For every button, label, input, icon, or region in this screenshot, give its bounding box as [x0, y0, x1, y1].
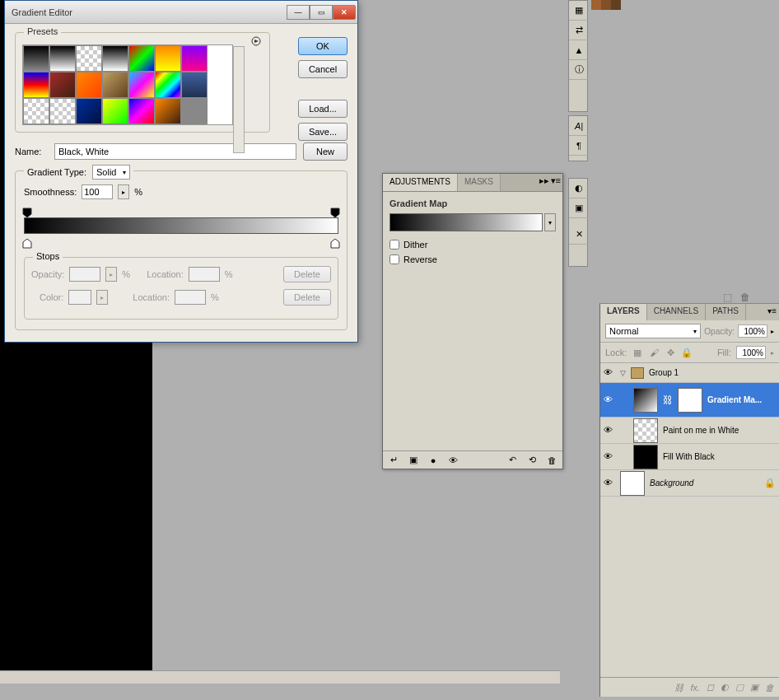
- trash-small-icon[interactable]: 🗑: [740, 292, 750, 303]
- preset-swatch-18[interactable]: [128, 98, 155, 124]
- presets-scrollbar[interactable]: [233, 46, 245, 153]
- reset-icon[interactable]: ⟲: [526, 455, 538, 466]
- preset-swatch-0[interactable]: [23, 45, 49, 72]
- preset-swatch-16[interactable]: [76, 98, 102, 124]
- name-input[interactable]: [54, 143, 296, 160]
- preset-swatch-12[interactable]: [155, 72, 181, 98]
- smoothness-popup-icon[interactable]: ▸: [118, 184, 129, 199]
- layer-name[interactable]: Paint on me in White: [663, 426, 776, 435]
- layer-mask-thumb[interactable]: [678, 388, 702, 413]
- horizontal-scrollbar[interactable]: [0, 670, 560, 684]
- cancel-button[interactable]: Cancel: [298, 60, 348, 78]
- dialog-titlebar[interactable]: Gradient Editor — ▭ ✕: [5, 1, 357, 24]
- preset-swatch-3[interactable]: [102, 45, 128, 72]
- reverse-checkbox[interactable]: [390, 254, 399, 264]
- expand-icon[interactable]: ⬚: [723, 292, 732, 303]
- trash-icon[interactable]: 🗑: [546, 455, 557, 466]
- adjustment-layer-icon[interactable]: ◐: [721, 682, 729, 693]
- visibility-toggle-icon[interactable]: 👁: [604, 367, 615, 379]
- layer-background[interactable]: 👁 Background 🔒: [600, 470, 779, 497]
- preset-swatch-10[interactable]: [102, 72, 128, 98]
- eye-icon[interactable]: 👁: [447, 455, 459, 466]
- gradient-bar[interactable]: [24, 217, 338, 234]
- visibility-toggle-icon[interactable]: 👁: [604, 478, 615, 489]
- swatches-icon[interactable]: ▦: [569, 1, 589, 21]
- character-icon[interactable]: A|: [569, 116, 589, 136]
- preset-swatch-6[interactable]: [181, 45, 208, 72]
- color-stop-right[interactable]: [330, 239, 340, 249]
- opacity-stop-right[interactable]: [330, 208, 340, 217]
- clip-icon[interactable]: ▣: [408, 455, 419, 466]
- paragraph-icon[interactable]: ¶: [569, 136, 589, 156]
- preset-swatch-19[interactable]: [155, 98, 181, 124]
- layer-fill-input[interactable]: [736, 346, 766, 359]
- swatch-2[interactable]: [601, 0, 611, 10]
- lock-brush-icon[interactable]: 🖌: [648, 347, 660, 358]
- opacity-popup-icon[interactable]: ▸: [771, 328, 774, 335]
- delete-layer-icon[interactable]: 🗑: [765, 683, 774, 693]
- panel-collapse-icon[interactable]: ▸▸: [539, 175, 549, 186]
- layer-thumb[interactable]: [633, 445, 658, 469]
- info-icon[interactable]: ⓘ: [569, 60, 589, 80]
- prev-state-icon[interactable]: ↶: [506, 455, 518, 466]
- adjustments-shortcut-icon[interactable]: ◐: [569, 179, 589, 198]
- tab-adjustments[interactable]: ADJUSTMENTS: [383, 174, 458, 191]
- layer-group-1[interactable]: 👁 ▽ Group 1: [600, 363, 779, 383]
- lock-transparent-icon[interactable]: ▦: [632, 347, 643, 358]
- tab-layers[interactable]: LAYERS: [600, 304, 647, 320]
- preset-swatch-9[interactable]: [76, 72, 102, 98]
- new-button[interactable]: New: [303, 142, 348, 161]
- preset-swatch-13[interactable]: [181, 72, 208, 98]
- visibility-toggle-icon[interactable]: 👁: [604, 425, 615, 436]
- ok-button[interactable]: OK: [298, 37, 348, 55]
- swatch-1[interactable]: [591, 0, 601, 10]
- preset-swatch-15[interactable]: [49, 98, 76, 124]
- preset-swatch-17[interactable]: [102, 98, 128, 124]
- panel-menu-icon[interactable]: ▾≡: [551, 175, 561, 186]
- link-layers-icon[interactable]: ⛓: [674, 683, 683, 693]
- group-icon[interactable]: ▢: [735, 682, 744, 693]
- lock-move-icon[interactable]: ✥: [665, 347, 676, 358]
- adjustment-thumb[interactable]: [633, 388, 658, 413]
- preset-swatch-11[interactable]: [128, 72, 155, 98]
- presets-flyout-icon[interactable]: [251, 36, 261, 48]
- histogram-icon[interactable]: ▲: [569, 40, 589, 60]
- mask-icon[interactable]: ◻: [707, 682, 714, 693]
- return-icon[interactable]: ↵: [388, 455, 399, 466]
- preset-swatch-7[interactable]: [23, 72, 49, 98]
- close-button[interactable]: ✕: [333, 5, 356, 20]
- layer-name[interactable]: Group 1: [649, 368, 776, 377]
- smoothness-input[interactable]: [82, 184, 113, 199]
- layer-gradient-map[interactable]: 👁 ⛓ Gradient Ma...: [600, 383, 779, 418]
- maximize-button[interactable]: ▭: [310, 5, 333, 20]
- layer-thumb[interactable]: [620, 471, 645, 496]
- load-button[interactable]: Load...: [298, 100, 348, 118]
- layer-opacity-input[interactable]: [738, 324, 767, 338]
- gradient-type-select[interactable]: Solid: [92, 165, 130, 180]
- save-button[interactable]: Save...: [298, 123, 348, 141]
- layer-paint-white[interactable]: 👁 Paint on me in White: [600, 418, 779, 444]
- group-twisty-icon[interactable]: ▽: [620, 369, 626, 377]
- visibility-toggle-icon[interactable]: 👁: [604, 394, 615, 406]
- adjust-sliders-icon[interactable]: ⇄: [569, 21, 589, 40]
- lock-all-icon[interactable]: 🔒: [681, 347, 693, 358]
- gradient-map-preview[interactable]: [390, 213, 543, 231]
- layer-name[interactable]: Gradient Ma...: [707, 395, 776, 404]
- layer-fill-black[interactable]: 👁 Fill With Black: [600, 444, 779, 470]
- layer-name[interactable]: Background: [650, 478, 759, 488]
- tools-icon[interactable]: ✕: [569, 225, 589, 245]
- color-stop-left[interactable]: [22, 239, 32, 249]
- dither-checkbox[interactable]: [390, 240, 399, 250]
- preset-swatch-20[interactable]: [181, 98, 208, 124]
- new-layer-icon[interactable]: ▣: [750, 682, 758, 693]
- fx-icon[interactable]: fx.: [690, 683, 700, 693]
- layer-thumb[interactable]: [633, 418, 658, 443]
- tab-masks[interactable]: MASKS: [458, 174, 501, 191]
- swatch-3[interactable]: [611, 0, 621, 10]
- tab-channels[interactable]: CHANNELS: [647, 304, 706, 320]
- layer-name[interactable]: Fill With Black: [663, 452, 776, 461]
- preset-swatch-4[interactable]: [128, 45, 155, 72]
- preset-swatch-8[interactable]: [49, 72, 76, 98]
- view-icon[interactable]: ●: [427, 455, 439, 466]
- visibility-toggle-icon[interactable]: 👁: [604, 451, 615, 463]
